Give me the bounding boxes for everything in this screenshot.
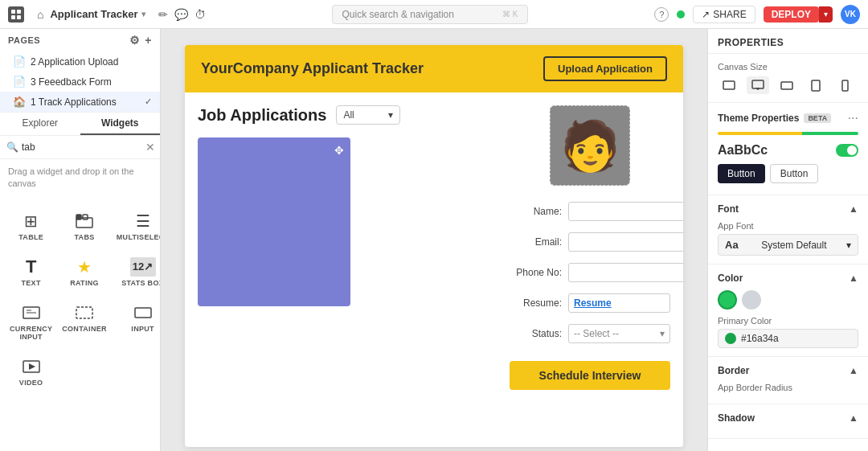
search-shortcut: ⌘ K — [502, 10, 518, 18]
share-button[interactable]: ↗ SHARE — [693, 6, 755, 23]
pages-list: 📄 2 Application Upload 📄 3 Feeedback For… — [0, 51, 160, 112]
svg-rect-6 — [83, 215, 88, 219]
widget-tabs[interactable]: TABS — [59, 205, 110, 248]
applicant-photo: 🧑 — [550, 105, 630, 186]
widget-search: 🔍 ✕ — [0, 136, 160, 159]
resume-label: Resume: — [510, 297, 562, 309]
widget-statsbox[interactable]: 12↗ STATS BOX — [113, 251, 160, 293]
tab-explorer[interactable]: Explorer — [0, 113, 80, 135]
name-label: Name: — [510, 206, 562, 217]
theme-more-icon[interactable]: ··· — [848, 111, 858, 125]
primary-color-label: Primary Color — [718, 316, 858, 326]
clock-icon[interactable]: ⏱ — [194, 8, 206, 21]
border-section: Border ▲ App Border Radius — [708, 357, 868, 404]
theme-header: Theme Properties BETA ··· — [718, 111, 858, 125]
add-page-icon[interactable]: + — [145, 34, 152, 47]
input-icon — [130, 303, 156, 322]
table-icon: ⊞ — [18, 211, 44, 231]
widget-search-input[interactable] — [22, 141, 142, 153]
widget-video[interactable]: VIDEO — [6, 351, 55, 393]
sidebar-item-application-upload[interactable]: 📄 2 Application Upload — [0, 51, 160, 72]
sidebar-tabs: Explorer Widgets — [0, 112, 160, 136]
color-gray[interactable] — [742, 290, 761, 310]
primary-color-value[interactable]: #16a34a — [718, 329, 858, 348]
topbar-search-area: Quick search & navigation ⌘ K — [212, 5, 649, 24]
preview-buttons: Button Button — [718, 164, 858, 183]
purple-widget-box[interactable]: ✥ — [198, 137, 350, 306]
svg-rect-12 — [723, 81, 735, 89]
email-input[interactable] — [568, 232, 683, 252]
properties-title: PROPERTIES — [708, 29, 868, 54]
preview-button-outline[interactable]: Button — [770, 164, 819, 183]
job-filter-dropdown[interactable]: All ▾ — [336, 105, 400, 125]
widget-rating[interactable]: ★ RATING — [59, 251, 110, 293]
font-select-dropdown[interactable]: Aa System Default ▾ — [718, 234, 858, 256]
status-chevron-icon: ▾ — [660, 328, 665, 339]
app-header: YourCompany Applicant Tracker Upload App… — [185, 45, 683, 92]
widget-container[interactable]: CONTAINER — [59, 297, 110, 347]
help-icon[interactable]: ? — [654, 7, 669, 22]
canvas-size-label: Canvas Size — [718, 62, 858, 72]
color-collapse-icon[interactable]: ▲ — [849, 273, 858, 284]
size-icon-tablet-landscape[interactable] — [776, 76, 798, 94]
size-icon-tablet-portrait[interactable] — [805, 76, 827, 94]
name-input[interactable] — [568, 202, 683, 221]
search-placeholder: Quick search & navigation — [342, 9, 454, 20]
drag-hint: Drag a widget and drop it on the canvas — [0, 159, 160, 197]
tab-widgets[interactable]: Widgets — [80, 113, 161, 135]
widget-currency[interactable]: CURRENCY INPUT — [6, 297, 55, 347]
upload-application-button[interactable]: Upload Application — [543, 56, 667, 81]
theme-toggle[interactable] — [836, 144, 858, 157]
sidebar-item-track-applications[interactable]: 🏠 1 Track Applications ✓ — [0, 92, 160, 112]
app-title: Applicant Tracker ▾ — [50, 8, 145, 20]
edit-icon[interactable]: ✏ — [158, 8, 168, 21]
settings-icon[interactable]: ⚙ — [129, 34, 141, 47]
widget-text[interactable]: T TEXT — [6, 251, 55, 293]
title-chevron-icon[interactable]: ▾ — [141, 10, 145, 18]
app-border-label: App Border Radius — [718, 383, 858, 392]
form-row-name: Name: — [510, 202, 670, 221]
border-section-title: Border — [718, 365, 749, 376]
font-collapse-icon[interactable]: ▲ — [849, 203, 858, 215]
phone-input[interactable] — [568, 263, 683, 282]
page-icon: 📄 — [13, 55, 26, 68]
schedule-interview-button[interactable]: Schedule Interview — [510, 361, 670, 390]
home-icon[interactable]: ⌂ — [37, 8, 43, 21]
color-section: Color ▲ Primary Color #16a34a — [708, 264, 868, 357]
widget-input[interactable]: INPUT — [113, 297, 160, 347]
primary-color-dot — [725, 333, 736, 344]
comment-icon[interactable]: 💬 — [174, 8, 188, 21]
widget-multiselect[interactable]: ☰ MULTISELECT — [113, 205, 160, 248]
multiselect-icon: ☰ — [130, 211, 156, 231]
topbar-icons: ⌂ — [37, 8, 43, 21]
beta-badge: BETA — [804, 113, 831, 123]
resume-link[interactable]: Resume — [568, 293, 670, 313]
shadow-section: Shadow ▲ — [708, 404, 868, 439]
search-box[interactable]: Quick search & navigation ⌘ K — [332, 5, 529, 24]
shadow-collapse-icon[interactable]: ▲ — [849, 412, 858, 424]
widget-table[interactable]: ⊞ TABLE — [6, 205, 55, 248]
preview-button-filled[interactable]: Button — [718, 164, 765, 183]
svg-rect-18 — [842, 80, 848, 91]
rating-icon: ★ — [72, 257, 97, 277]
job-title: Job Applications — [198, 106, 326, 125]
size-icon-expand[interactable] — [718, 76, 740, 94]
svg-rect-3 — [17, 15, 21, 19]
preview-text: AaBbCc — [718, 143, 768, 158]
deploy-button[interactable]: DEPLOY — [764, 6, 819, 23]
preview-row: AaBbCc — [718, 143, 858, 158]
size-icon-desktop[interactable] — [747, 76, 769, 94]
status-label: Status: — [510, 328, 562, 339]
sidebar-item-feedback-form[interactable]: 📄 3 Feeedback Form — [0, 72, 160, 92]
deploy-dropdown-button[interactable]: ▾ — [819, 6, 833, 23]
active-check-icon: ✓ — [145, 96, 152, 107]
clear-search-icon[interactable]: ✕ — [145, 141, 155, 154]
user-avatar[interactable]: VK — [841, 5, 860, 24]
deploy-group: DEPLOY ▾ — [764, 6, 833, 23]
topbar-right: ? ↗ SHARE DEPLOY ▾ VK — [654, 5, 860, 24]
color-green[interactable] — [718, 290, 737, 310]
status-select[interactable]: -- Select -- ▾ — [568, 324, 670, 343]
app-left: Job Applications All ▾ ✥ — [198, 105, 497, 390]
border-collapse-icon[interactable]: ▲ — [849, 365, 858, 376]
size-icon-mobile[interactable] — [833, 76, 856, 94]
